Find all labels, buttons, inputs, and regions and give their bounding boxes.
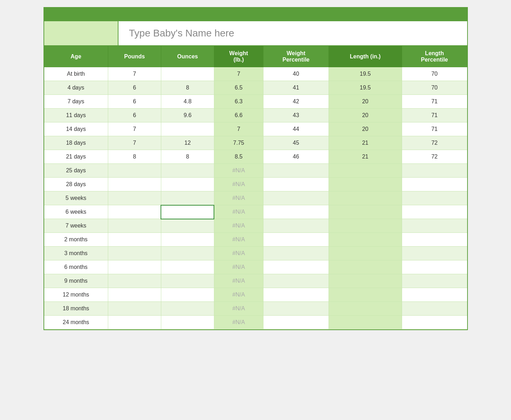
cell-length-percentile[interactable] xyxy=(402,316,467,329)
cell-length[interactable] xyxy=(329,302,402,316)
cell-length[interactable]: 21 xyxy=(329,150,402,164)
cell-weight-percentile[interactable]: 46 xyxy=(263,150,329,164)
cell-length-percentile[interactable] xyxy=(402,164,467,178)
cell-ounces[interactable]: 8 xyxy=(161,81,214,95)
cell-length[interactable] xyxy=(329,233,402,247)
cell-pounds[interactable] xyxy=(108,233,161,247)
cell-pounds[interactable]: 6 xyxy=(108,95,161,109)
cell-ounces[interactable] xyxy=(161,219,214,233)
cell-length[interactable] xyxy=(329,274,402,288)
cell-length[interactable] xyxy=(329,219,402,233)
cell-ounces[interactable] xyxy=(161,260,214,274)
cell-weight-lb[interactable]: #N/A xyxy=(214,247,263,260)
cell-weight-lb[interactable]: #N/A xyxy=(214,316,263,329)
cell-weight-lb[interactable]: #N/A xyxy=(214,205,263,219)
cell-weight-lb[interactable]: #N/A xyxy=(214,178,263,191)
cell-weight-percentile[interactable] xyxy=(263,219,329,233)
cell-length-percentile[interactable] xyxy=(402,205,467,219)
cell-pounds[interactable] xyxy=(108,205,161,219)
cell-pounds[interactable]: 6 xyxy=(108,109,161,122)
cell-weight-percentile[interactable] xyxy=(263,260,329,274)
cell-ounces[interactable] xyxy=(161,274,214,288)
cell-length-percentile[interactable]: 70 xyxy=(402,67,467,81)
cell-ounces[interactable] xyxy=(161,316,214,329)
cell-pounds[interactable]: 7 xyxy=(108,122,161,136)
cell-length[interactable] xyxy=(329,316,402,329)
cell-pounds[interactable] xyxy=(108,302,161,316)
cell-weight-lb[interactable]: 8.5 xyxy=(214,150,263,164)
cell-ounces[interactable]: 8 xyxy=(161,150,214,164)
cell-length-percentile[interactable]: 71 xyxy=(402,109,467,122)
cell-weight-lb[interactable]: 6.3 xyxy=(214,95,263,109)
cell-weight-lb[interactable]: 7 xyxy=(214,122,263,136)
cell-ounces[interactable] xyxy=(161,67,214,81)
cell-weight-lb[interactable]: #N/A xyxy=(214,219,263,233)
cell-length-percentile[interactable]: 70 xyxy=(402,81,467,95)
cell-length-percentile[interactable] xyxy=(402,274,467,288)
cell-length[interactable] xyxy=(329,164,402,178)
cell-length-percentile[interactable] xyxy=(402,233,467,247)
cell-weight-percentile[interactable] xyxy=(263,288,329,302)
cell-pounds[interactable]: 7 xyxy=(108,136,161,150)
cell-ounces[interactable] xyxy=(161,247,214,260)
cell-weight-lb[interactable]: #N/A xyxy=(214,302,263,316)
cell-length-percentile[interactable] xyxy=(402,191,467,205)
cell-weight-lb[interactable]: 7 xyxy=(214,67,263,81)
cell-ounces[interactable] xyxy=(161,191,214,205)
cell-length[interactable] xyxy=(329,260,402,274)
cell-weight-percentile[interactable] xyxy=(263,316,329,329)
cell-weight-percentile[interactable]: 42 xyxy=(263,95,329,109)
cell-weight-percentile[interactable] xyxy=(263,302,329,316)
cell-ounces[interactable]: 12 xyxy=(161,136,214,150)
cell-weight-lb[interactable]: #N/A xyxy=(214,274,263,288)
cell-length[interactable]: 19.5 xyxy=(329,81,402,95)
cell-weight-lb[interactable]: 7.75 xyxy=(214,136,263,150)
cell-weight-percentile[interactable] xyxy=(263,274,329,288)
cell-pounds[interactable]: 8 xyxy=(108,150,161,164)
cell-weight-lb[interactable]: #N/A xyxy=(214,164,263,178)
cell-length[interactable]: 20 xyxy=(329,109,402,122)
cell-length[interactable] xyxy=(329,178,402,191)
cell-weight-percentile[interactable] xyxy=(263,191,329,205)
cell-length[interactable] xyxy=(329,205,402,219)
cell-pounds[interactable] xyxy=(108,247,161,260)
cell-weight-lb[interactable]: #N/A xyxy=(214,288,263,302)
cell-ounces[interactable] xyxy=(161,302,214,316)
cell-length-percentile[interactable] xyxy=(402,219,467,233)
cell-pounds[interactable] xyxy=(108,288,161,302)
cell-weight-percentile[interactable]: 44 xyxy=(263,122,329,136)
cell-length-percentile[interactable] xyxy=(402,178,467,191)
cell-weight-percentile[interactable] xyxy=(263,164,329,178)
cell-pounds[interactable] xyxy=(108,178,161,191)
cell-ounces[interactable]: 4.8 xyxy=(161,95,214,109)
cell-ounces[interactable] xyxy=(161,164,214,178)
cell-weight-percentile[interactable]: 41 xyxy=(263,81,329,95)
cell-weight-percentile[interactable] xyxy=(263,178,329,191)
cell-pounds[interactable] xyxy=(108,316,161,329)
cell-pounds[interactable] xyxy=(108,191,161,205)
cell-weight-lb[interactable]: #N/A xyxy=(214,233,263,247)
cell-pounds[interactable] xyxy=(108,164,161,178)
cell-ounces[interactable] xyxy=(161,178,214,191)
cell-weight-lb[interactable]: #N/A xyxy=(214,260,263,274)
cell-pounds[interactable]: 7 xyxy=(108,67,161,81)
cell-weight-percentile[interactable]: 43 xyxy=(263,109,329,122)
cell-length-percentile[interactable] xyxy=(402,260,467,274)
cell-length[interactable]: 20 xyxy=(329,122,402,136)
cell-pounds[interactable] xyxy=(108,219,161,233)
baby-name-field[interactable]: Type Baby's Name here xyxy=(118,21,467,45)
cell-length-percentile[interactable] xyxy=(402,288,467,302)
cell-ounces[interactable] xyxy=(161,233,214,247)
cell-length[interactable]: 19.5 xyxy=(329,67,402,81)
cell-weight-percentile[interactable] xyxy=(263,233,329,247)
cell-length[interactable] xyxy=(329,191,402,205)
cell-ounces[interactable] xyxy=(161,205,214,219)
cell-weight-lb[interactable]: #N/A xyxy=(214,191,263,205)
cell-length[interactable] xyxy=(329,288,402,302)
cell-ounces[interactable] xyxy=(161,288,214,302)
cell-ounces[interactable] xyxy=(161,122,214,136)
cell-length[interactable] xyxy=(329,247,402,260)
cell-length-percentile[interactable]: 72 xyxy=(402,150,467,164)
cell-length[interactable]: 21 xyxy=(329,136,402,150)
cell-weight-percentile[interactable] xyxy=(263,247,329,260)
